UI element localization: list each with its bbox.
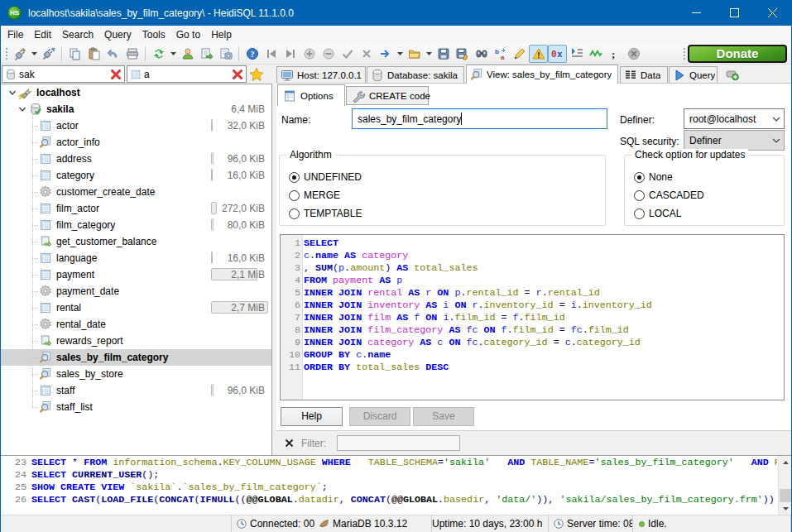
tree-item-sales_by_store[interactable]: sales_by_store bbox=[1, 366, 271, 382]
menu-go-to[interactable]: Go to bbox=[171, 26, 205, 44]
tree-item-payment[interactable]: payment2,1 MiB bbox=[1, 266, 271, 283]
toolbar-gripper[interactable] bbox=[2, 46, 10, 61]
favorites-star-icon[interactable] bbox=[249, 67, 264, 82]
view-name-input[interactable]: sales_by_film_category bbox=[352, 108, 607, 129]
tab-host-127-0-0-1[interactable]: Host: 127.0.0.1 bbox=[276, 66, 366, 83]
algorithm-radio-temptable[interactable]: TEMPTABLE bbox=[289, 207, 362, 220]
record-post-icon[interactable] bbox=[338, 45, 357, 63]
algorithm-radio-undefined[interactable]: UNDEFINED bbox=[289, 170, 362, 184]
refresh-icon[interactable] bbox=[149, 45, 168, 63]
save-button[interactable]: Save bbox=[413, 407, 474, 426]
check-option-radio-local[interactable]: LOCAL bbox=[634, 207, 681, 220]
session-manager-icon[interactable] bbox=[10, 45, 29, 63]
print-icon[interactable] bbox=[122, 45, 142, 63]
minimize-button[interactable] bbox=[677, 0, 715, 26]
clear-filter-icon[interactable] bbox=[232, 69, 243, 80]
open-file-dropdown-icon[interactable] bbox=[424, 45, 434, 63]
tree-item-get_customer_balance[interactable]: get_customer_balance bbox=[1, 233, 271, 250]
table-filter-input[interactable]: sak bbox=[2, 65, 125, 83]
session-manager-dropdown-icon[interactable] bbox=[29, 45, 39, 63]
tree-item-rental[interactable]: rental2,7 MiB bbox=[1, 300, 271, 316]
record-cancel-icon[interactable] bbox=[357, 45, 376, 63]
record-delete-icon[interactable] bbox=[319, 45, 338, 63]
discard-button[interactable]: Discard bbox=[349, 407, 410, 426]
donate-button[interactable]: Donate bbox=[688, 45, 787, 63]
tree-item-sales_by_film_category[interactable]: sales_by_film_category bbox=[1, 349, 271, 366]
scroll-up-icon[interactable] bbox=[779, 456, 791, 468]
tree-item-language[interactable]: language16,0 KiB bbox=[1, 250, 271, 266]
view-select-code-editor[interactable]: 1SELECT2c.name AS category3, SUM(p.amoun… bbox=[280, 234, 785, 400]
tab-database-sakila[interactable]: Database: sakila bbox=[367, 66, 464, 83]
tree-item-staff_list[interactable]: staff_list bbox=[1, 399, 271, 415]
replace-icon[interactable]: ba bbox=[491, 45, 510, 63]
tree-item-localhost[interactable]: localhost bbox=[1, 84, 271, 101]
blob-grid-icon[interactable] bbox=[216, 45, 235, 63]
help-icon[interactable]: ? bbox=[242, 45, 262, 63]
maximize-button[interactable] bbox=[715, 0, 753, 26]
menu-file[interactable]: File bbox=[2, 26, 28, 44]
delimiter-icon[interactable]: ; bbox=[605, 45, 624, 63]
tab-data[interactable]: Data bbox=[620, 66, 668, 83]
menu-query[interactable]: Query bbox=[99, 26, 137, 44]
expand-chevron-icon[interactable] bbox=[8, 88, 18, 98]
nav-last-icon[interactable] bbox=[281, 45, 300, 63]
tab-query[interactable]: Query bbox=[669, 66, 718, 83]
nav-first-icon[interactable] bbox=[262, 45, 281, 63]
tab-view-sales-by-film-category[interactable]: View: sales_by_film_category bbox=[466, 65, 618, 84]
copy-icon[interactable] bbox=[65, 45, 84, 63]
save-icon[interactable] bbox=[434, 45, 453, 63]
menu-search[interactable]: Search bbox=[57, 26, 98, 44]
refresh-dropdown-icon[interactable] bbox=[168, 45, 178, 63]
tree-item-staff[interactable]: staff96,0 KiB bbox=[1, 382, 271, 399]
user-manager-icon[interactable] bbox=[178, 45, 197, 63]
expand-chevron-icon[interactable] bbox=[18, 104, 28, 114]
hex-toggle-icon[interactable]: 0x bbox=[548, 45, 567, 63]
tree-item-category[interactable]: category16,0 KiB bbox=[1, 167, 271, 184]
undo-icon[interactable] bbox=[103, 45, 122, 63]
tree-item-sakila[interactable]: sakila6,4 MiB bbox=[1, 101, 271, 117]
check-option-radio-cascaded[interactable]: CASCADED bbox=[634, 189, 704, 202]
tree-item-film_category[interactable]: film_category80,0 KiB bbox=[1, 217, 271, 233]
open-file-icon[interactable] bbox=[405, 45, 424, 63]
subtab-create-code[interactable]: CREATE code bbox=[346, 86, 429, 105]
text-filter-input[interactable]: a bbox=[127, 65, 247, 83]
toolbar-gripper[interactable] bbox=[680, 46, 688, 61]
scroll-thumb[interactable] bbox=[780, 489, 791, 502]
tree-item-actor[interactable]: actor32,0 KiB bbox=[1, 117, 271, 134]
menu-help[interactable]: Help bbox=[206, 26, 237, 44]
save-as-icon[interactable] bbox=[453, 45, 472, 63]
help-button[interactable]: Help bbox=[281, 407, 343, 426]
definer-combobox[interactable]: root@localhost bbox=[684, 108, 785, 129]
execute-icon[interactable] bbox=[376, 45, 395, 63]
tree-item-rewards_report[interactable]: rewards_report bbox=[1, 333, 271, 349]
warn-toggle-icon[interactable] bbox=[529, 45, 548, 63]
disconnect-icon[interactable] bbox=[39, 45, 58, 63]
scroll-down-icon[interactable] bbox=[779, 502, 791, 515]
menu-edit[interactable]: Edit bbox=[29, 26, 56, 44]
export-database-icon[interactable] bbox=[197, 45, 216, 63]
subtab-options[interactable]: Options bbox=[277, 84, 345, 106]
tree-item-film_actor[interactable]: film_actor272,0 KiB bbox=[1, 200, 271, 217]
tree-item-address[interactable]: address96,0 KiB bbox=[1, 151, 271, 167]
sql-security-combobox[interactable]: Definer bbox=[684, 130, 785, 151]
log-scrollbar[interactable] bbox=[778, 456, 791, 515]
new-query-tab-icon[interactable] bbox=[726, 68, 744, 82]
tree-item-rental_date[interactable]: rental_date bbox=[1, 316, 271, 333]
check-option-radio-none[interactable]: None bbox=[634, 170, 673, 184]
menu-tools[interactable]: Tools bbox=[137, 26, 170, 44]
tree-item-actor_info[interactable]: actor_info bbox=[1, 134, 271, 151]
find-icon[interactable] bbox=[472, 45, 491, 63]
indent-icon[interactable] bbox=[567, 45, 586, 63]
algorithm-radio-merge[interactable]: MERGE bbox=[289, 189, 340, 202]
record-add-icon[interactable] bbox=[300, 45, 319, 63]
highlight-pencil-icon[interactable] bbox=[510, 45, 529, 63]
tree-item-customer_create_date[interactable]: customer_create_date bbox=[1, 184, 271, 200]
filter-input[interactable] bbox=[337, 435, 460, 451]
close-button[interactable] bbox=[753, 0, 791, 26]
close-filter-icon[interactable] bbox=[285, 439, 294, 448]
reformat-icon[interactable] bbox=[586, 45, 605, 63]
execute-dropdown-icon[interactable] bbox=[395, 45, 405, 63]
paste-icon[interactable] bbox=[84, 45, 103, 63]
tree-item-payment_date[interactable]: payment_date bbox=[1, 283, 271, 300]
stop-icon[interactable] bbox=[624, 45, 643, 63]
